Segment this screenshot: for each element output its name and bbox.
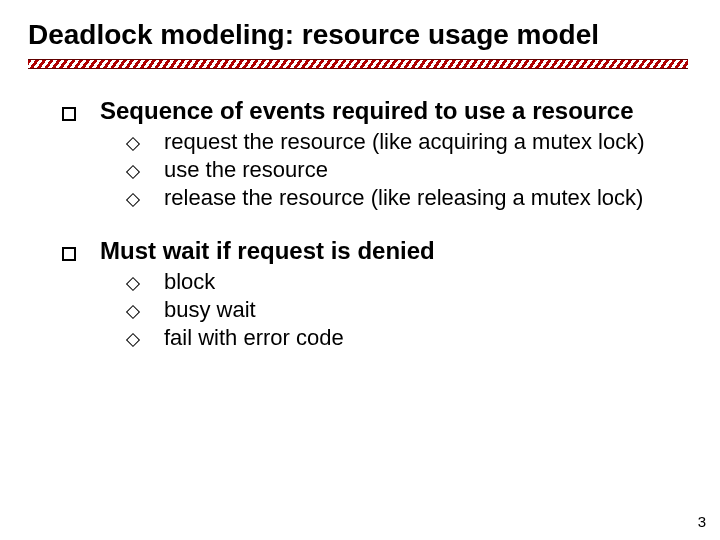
spacer bbox=[28, 213, 692, 237]
section-heading-text: Sequence of events required to use a res… bbox=[100, 97, 634, 125]
diamond-bullet-icon bbox=[126, 137, 140, 151]
diamond-bullet-icon bbox=[126, 277, 140, 291]
list-item: busy wait bbox=[128, 297, 692, 323]
list-item: block bbox=[128, 269, 692, 295]
list-item-text: use the resource bbox=[164, 157, 328, 183]
slide: Deadlock modeling: resource usage model … bbox=[0, 0, 720, 540]
page-number: 3 bbox=[698, 513, 706, 530]
list-item: release the resource (like releasing a m… bbox=[128, 185, 692, 211]
list-item-text: block bbox=[164, 269, 215, 295]
diamond-bullet-icon bbox=[126, 193, 140, 207]
section-heading: Must wait if request is denied bbox=[62, 237, 692, 265]
section-heading: Sequence of events required to use a res… bbox=[62, 97, 692, 125]
diamond-bullet-icon bbox=[126, 333, 140, 347]
list-item: use the resource bbox=[128, 157, 692, 183]
list-item-text: release the resource (like releasing a m… bbox=[164, 185, 643, 211]
list-item-text: request the resource (like acquiring a m… bbox=[164, 129, 645, 155]
section-heading-text: Must wait if request is denied bbox=[100, 237, 435, 265]
title-rule bbox=[28, 59, 688, 69]
list-item-text: fail with error code bbox=[164, 325, 344, 351]
diamond-bullet-icon bbox=[126, 165, 140, 179]
list-item: fail with error code bbox=[128, 325, 692, 351]
list-item-text: busy wait bbox=[164, 297, 256, 323]
diamond-bullet-icon bbox=[126, 305, 140, 319]
slide-title: Deadlock modeling: resource usage model bbox=[28, 20, 692, 51]
list-item: request the resource (like acquiring a m… bbox=[128, 129, 692, 155]
square-bullet-icon bbox=[62, 247, 76, 261]
square-bullet-icon bbox=[62, 107, 76, 121]
